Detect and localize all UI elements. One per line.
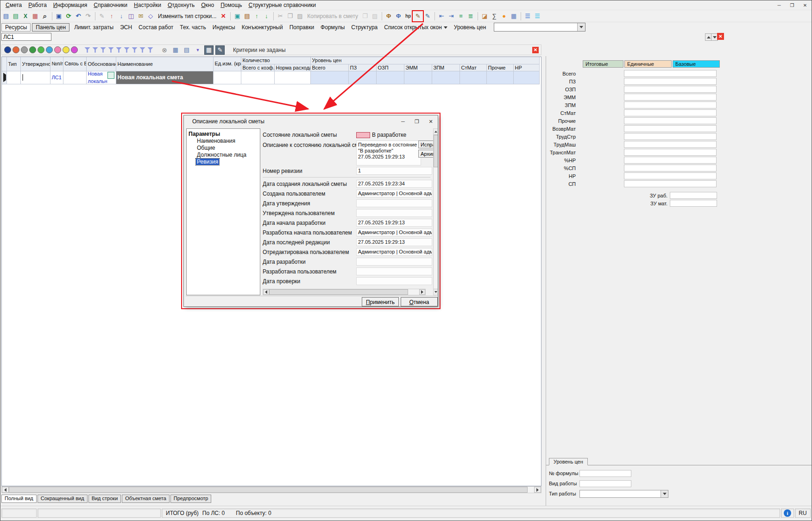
scrollbar-thumb[interactable] bbox=[269, 289, 408, 295]
cell-emm[interactable] bbox=[404, 71, 432, 84]
cell-qty-total[interactable] bbox=[241, 71, 274, 84]
menu-item[interactable]: Информация bbox=[50, 1, 90, 9]
cell-qty-norm[interactable] bbox=[274, 71, 310, 84]
tree-item[interactable]: Общие bbox=[196, 145, 258, 152]
price-type-tab[interactable]: Единичные bbox=[624, 60, 672, 68]
scroll-left-icon[interactable] bbox=[263, 289, 269, 295]
view-tab[interactable]: Вид строки bbox=[88, 495, 121, 503]
price-level-tab[interactable]: Уровень цен bbox=[549, 458, 588, 465]
sections-icon[interactable]: ▤ bbox=[242, 12, 252, 21]
quick-filter-funnel-icon[interactable] bbox=[108, 47, 114, 53]
dialog-vscrollbar[interactable] bbox=[433, 128, 438, 295]
scroll-right-icon[interactable] bbox=[534, 487, 541, 493]
price-row-input[interactable] bbox=[624, 86, 717, 93]
indent-left-icon[interactable]: ⇤ bbox=[437, 12, 446, 21]
comment-icon[interactable]: ✉ bbox=[136, 12, 145, 21]
collapse-levels-icon[interactable]: ≡ bbox=[456, 12, 466, 21]
tree-root-parameters[interactable]: Параметры bbox=[189, 130, 258, 138]
minimize-icon[interactable]: ─ bbox=[773, 1, 786, 9]
color-filter-yellow-icon[interactable] bbox=[63, 46, 69, 53]
menu-item[interactable]: Смета bbox=[2, 1, 25, 9]
cancel-button[interactable]: Отмена bbox=[401, 297, 438, 306]
price-type-tab[interactable]: Базовые bbox=[673, 60, 720, 68]
close-panel-icon[interactable]: ✕ bbox=[717, 33, 724, 40]
quick-filter-funnel-icon[interactable] bbox=[132, 47, 138, 53]
print-form-icon[interactable]: ▦ bbox=[31, 12, 40, 21]
clear-filter-icon[interactable]: ⊗ bbox=[160, 45, 169, 55]
panel-tab[interactable]: Индексы bbox=[209, 24, 239, 31]
view-tab[interactable]: Полный вид bbox=[1, 495, 37, 503]
object-description-icon[interactable]: ✎ bbox=[423, 12, 432, 21]
estimate-row[interactable]: ЛС1 Новая локальн Новая локальная смета bbox=[2, 71, 539, 84]
work-type-combobox[interactable] bbox=[579, 490, 668, 498]
color-filter-magenta-icon[interactable] bbox=[71, 46, 78, 53]
warning-icon[interactable]: ● bbox=[499, 12, 509, 21]
insert-row-above-icon[interactable]: ↑ bbox=[107, 12, 116, 21]
grid-hscrollbar[interactable] bbox=[1, 486, 541, 493]
hp-icon[interactable]: hp bbox=[403, 12, 413, 21]
panel-tab[interactable]: Ресурсы bbox=[1, 23, 31, 32]
estimates-tree-icon[interactable]: ▤ bbox=[1, 12, 11, 21]
scrollbar-thumb[interactable] bbox=[9, 487, 528, 493]
estimate-code-input[interactable] bbox=[1, 33, 51, 41]
panel-tab[interactable]: Тех. часть bbox=[176, 24, 209, 31]
move-down-icon[interactable]: ↓ bbox=[262, 12, 271, 21]
view-tab[interactable]: Сокращенный вид bbox=[38, 495, 88, 503]
chevron-down-icon[interactable] bbox=[661, 490, 668, 497]
quick-filter-funnel-icon[interactable] bbox=[84, 47, 90, 53]
color-filter-orange-icon[interactable] bbox=[13, 46, 19, 53]
group-rows-icon[interactable]: ▣ bbox=[233, 12, 242, 21]
apply-criteria-button[interactable]: ▦ bbox=[204, 45, 214, 55]
cell-num[interactable]: ЛС1 bbox=[50, 71, 63, 84]
salary-row-input[interactable] bbox=[670, 192, 717, 199]
maximize-icon[interactable]: ❐ bbox=[410, 116, 424, 127]
menu-item[interactable]: Структурные справочники bbox=[245, 1, 320, 9]
quick-filter-funnel-icon[interactable] bbox=[100, 47, 106, 53]
cell-name[interactable]: Новая локальная смета bbox=[116, 71, 213, 84]
scroll-down-icon[interactable] bbox=[434, 289, 438, 295]
formula-percent-icon[interactable]: Ф bbox=[394, 12, 403, 21]
scroll-right-icon[interactable] bbox=[419, 289, 425, 295]
cell-vor[interactable] bbox=[63, 71, 86, 84]
salary-row-input[interactable] bbox=[670, 200, 717, 207]
chevron-down-icon[interactable] bbox=[577, 23, 585, 31]
paste-to-estimate-icon[interactable]: ▨ bbox=[370, 12, 379, 21]
price-row-input[interactable] bbox=[624, 172, 717, 179]
quick-filter-funnel-icon[interactable] bbox=[116, 47, 122, 53]
formula-icon[interactable]: Ф bbox=[384, 12, 393, 21]
resources-db-icon[interactable]: ☰ bbox=[523, 12, 532, 21]
prices-db-icon[interactable]: ☰ bbox=[533, 12, 542, 21]
cell-other[interactable] bbox=[486, 71, 513, 84]
insert-row-below-icon[interactable]: ↓ bbox=[117, 12, 126, 21]
color-filter-blue-icon[interactable] bbox=[46, 46, 53, 53]
panel-tab[interactable]: Структура bbox=[348, 24, 381, 31]
panel-tab[interactable]: Состав работ bbox=[135, 24, 176, 31]
list-view-icon[interactable]: ▤ bbox=[182, 45, 191, 55]
panel-tab[interactable]: Конъюнктурный bbox=[239, 24, 286, 31]
open-windows-dropdown[interactable]: Список открытых окон bbox=[381, 24, 451, 31]
copy-icon[interactable]: ❐ bbox=[285, 12, 295, 21]
excel-export-icon[interactable]: X bbox=[21, 12, 30, 21]
cell-stmat[interactable] bbox=[460, 71, 486, 84]
tree-item[interactable]: Должностные лица bbox=[196, 152, 258, 159]
price-row-input[interactable] bbox=[624, 157, 717, 164]
grid-view-icon[interactable]: ▦ bbox=[171, 45, 180, 55]
close-filter-icon[interactable]: ✕ bbox=[532, 47, 539, 53]
minimize-icon[interactable]: ─ bbox=[396, 116, 410, 127]
dialog-titlebar[interactable]: Описание локальной сметы ─ ❐ ✕ bbox=[184, 115, 438, 127]
price-row-input[interactable] bbox=[624, 141, 717, 148]
quick-filter-funnel-icon[interactable] bbox=[92, 47, 98, 53]
panel-tab[interactable]: Лимит. затраты bbox=[71, 24, 117, 31]
panel-tab[interactable]: Формулы bbox=[317, 24, 348, 31]
change-row-type-label[interactable]: Изменить тип строки... bbox=[156, 13, 219, 19]
indent-right-icon[interactable]: ⇥ bbox=[447, 12, 456, 21]
price-row-input[interactable] bbox=[624, 117, 717, 124]
approved-checkbox[interactable] bbox=[22, 74, 23, 81]
redo-icon[interactable]: ↷ bbox=[83, 12, 93, 21]
recalc-icon[interactable]: ∑ bbox=[490, 12, 499, 21]
price-row-input[interactable] bbox=[624, 70, 717, 77]
edit-row-icon[interactable]: ✎ bbox=[97, 12, 107, 21]
scroll-left-icon[interactable] bbox=[2, 487, 9, 493]
paste-icon[interactable]: ▨ bbox=[295, 12, 304, 21]
panel-tab[interactable]: Панель цен bbox=[32, 23, 69, 32]
